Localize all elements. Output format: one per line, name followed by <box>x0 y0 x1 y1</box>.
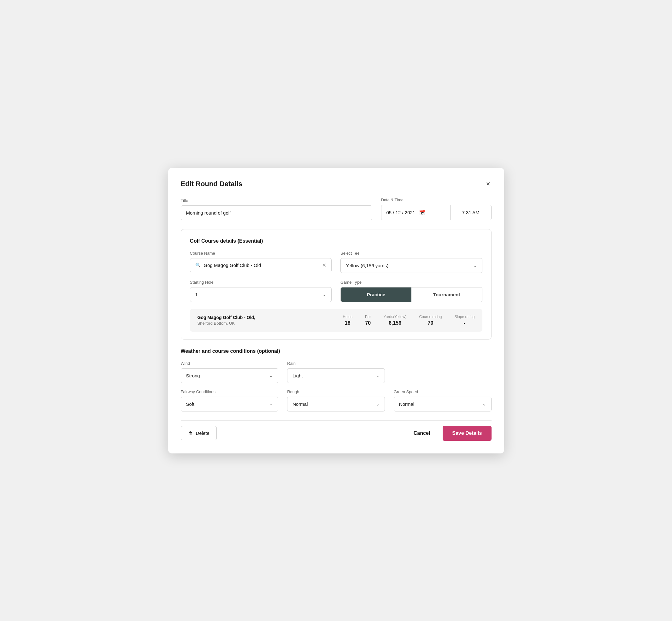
wind-group: Wind Strong ⌄ <box>181 361 279 383</box>
edit-round-modal: Edit Round Details × Title Date & Time 0… <box>168 168 504 453</box>
slope-rating-label: Slope rating <box>454 315 474 319</box>
clear-icon[interactable]: ✕ <box>322 262 326 268</box>
rain-dropdown[interactable]: Light ⌄ <box>287 368 385 383</box>
golf-course-title: Golf Course details (Essential) <box>190 238 482 244</box>
chevron-down-icon-fairway: ⌄ <box>269 401 273 406</box>
wind-rain-row: Wind Strong ⌄ Rain Light ⌄ <box>181 361 492 383</box>
course-name-tee-row: Course Name 🔍 ✕ Select Tee Yellow (6,156… <box>190 251 482 273</box>
chevron-down-icon-wind: ⌄ <box>269 373 273 378</box>
time-value: 7:31 AM <box>462 210 479 215</box>
rain-value: Light <box>292 373 376 378</box>
holes-label: Holes <box>343 315 352 319</box>
rain-label: Rain <box>287 361 385 366</box>
calendar-icon: 📅 <box>419 210 425 215</box>
rough-group: Rough Normal ⌄ <box>287 389 385 411</box>
select-tee-label: Select Tee <box>340 251 482 256</box>
fairway-label: Fairway Conditions <box>181 389 279 394</box>
fairway-value: Soft <box>186 401 269 407</box>
starting-hole-dropdown[interactable]: 1 ⌄ <box>190 287 332 302</box>
save-button[interactable]: Save Details <box>443 426 491 441</box>
wind-label: Wind <box>181 361 279 366</box>
stat-course-rating: Course rating 70 <box>419 315 442 326</box>
course-info-bar: Gog Magog Golf Club - Old, Shelford Bott… <box>190 309 482 332</box>
datetime-field-group: Date & Time 05 / 12 / 2021 📅 7:31 AM <box>381 198 492 220</box>
wind-dropdown[interactable]: Strong ⌄ <box>181 368 279 383</box>
tournament-button[interactable]: Tournament <box>411 287 482 302</box>
course-info-location: Shelford Bottom, UK <box>198 321 330 326</box>
course-info-name: Gog Magog Golf Club - Old, Shelford Bott… <box>198 315 330 326</box>
starting-hole-label: Starting Hole <box>190 280 332 285</box>
chevron-down-icon-rough: ⌄ <box>376 401 380 406</box>
title-label: Title <box>181 198 372 203</box>
starting-hole-game-type-row: Starting Hole 1 ⌄ Game Type Practice Tou… <box>190 280 482 302</box>
chevron-down-icon-rain: ⌄ <box>376 373 380 378</box>
green-speed-label: Green Speed <box>394 389 492 394</box>
conditions-section: Weather and course conditions (optional)… <box>181 348 492 411</box>
stat-par: Par 70 <box>365 315 371 326</box>
delete-button[interactable]: 🗑 Delete <box>181 426 217 440</box>
yards-value: 6,156 <box>389 320 401 326</box>
date-value: 05 / 12 / 2021 <box>386 210 416 215</box>
datetime-row: 05 / 12 / 2021 📅 7:31 AM <box>381 205 492 220</box>
holes-value: 18 <box>345 320 350 326</box>
wind-value: Strong <box>186 373 269 378</box>
modal-title: Edit Round Details <box>181 180 243 188</box>
par-value: 70 <box>365 320 371 326</box>
course-rating-label: Course rating <box>419 315 442 319</box>
modal-header: Edit Round Details × <box>181 179 492 189</box>
fairway-group: Fairway Conditions Soft ⌄ <box>181 389 279 411</box>
rough-label: Rough <box>287 389 385 394</box>
rough-value: Normal <box>292 401 376 407</box>
game-type-toggle: Practice Tournament <box>340 287 482 302</box>
rough-dropdown[interactable]: Normal ⌄ <box>287 397 385 411</box>
title-field-group: Title <box>181 198 372 220</box>
chevron-down-icon-hole: ⌄ <box>323 292 326 297</box>
select-tee-value: Yellow (6,156 yards) <box>346 263 473 268</box>
select-tee-group: Select Tee Yellow (6,156 yards) ⌄ <box>340 251 482 273</box>
chevron-down-icon: ⌄ <box>473 263 477 268</box>
slope-rating-value: - <box>464 320 465 326</box>
conditions-title: Weather and course conditions (optional) <box>181 348 492 354</box>
fairway-rough-green-row: Fairway Conditions Soft ⌄ Rough Normal ⌄… <box>181 389 492 411</box>
course-rating-value: 70 <box>428 320 433 326</box>
search-icon: 🔍 <box>195 262 201 267</box>
stat-holes: Holes 18 <box>343 315 352 326</box>
delete-label: Delete <box>196 430 209 436</box>
trash-icon: 🗑 <box>188 430 193 436</box>
datetime-label: Date & Time <box>381 198 492 202</box>
course-name-label: Course Name <box>190 251 332 256</box>
fairway-dropdown[interactable]: Soft ⌄ <box>181 397 279 411</box>
footer-right: Cancel Save Details <box>409 426 492 441</box>
starting-hole-group: Starting Hole 1 ⌄ <box>190 280 332 302</box>
course-name-field[interactable] <box>204 262 319 268</box>
par-label: Par <box>365 315 371 319</box>
rain-group: Rain Light ⌄ <box>287 361 385 383</box>
cancel-button[interactable]: Cancel <box>409 426 435 440</box>
top-fields: Title Date & Time 05 / 12 / 2021 📅 7:31 … <box>181 198 492 220</box>
course-name-input[interactable]: 🔍 ✕ <box>190 258 332 272</box>
close-button[interactable]: × <box>485 179 492 189</box>
game-type-group: Game Type Practice Tournament <box>340 280 482 302</box>
stat-yards: Yards(Yellow) 6,156 <box>384 315 407 326</box>
title-input[interactable] <box>181 205 372 220</box>
green-speed-dropdown[interactable]: Normal ⌄ <box>394 397 492 411</box>
game-type-label: Game Type <box>340 280 482 285</box>
practice-button[interactable]: Practice <box>341 287 411 302</box>
modal-footer: 🗑 Delete Cancel Save Details <box>181 420 492 441</box>
golf-course-section: Golf Course details (Essential) Course N… <box>181 229 492 339</box>
chevron-down-icon-green: ⌄ <box>482 401 486 406</box>
green-speed-group: Green Speed Normal ⌄ <box>394 389 492 411</box>
stat-slope-rating: Slope rating - <box>454 315 474 326</box>
starting-hole-value: 1 <box>195 292 323 297</box>
course-name-group: Course Name 🔍 ✕ <box>190 251 332 273</box>
date-input[interactable]: 05 / 12 / 2021 📅 <box>381 205 451 220</box>
time-input[interactable]: 7:31 AM <box>451 205 492 220</box>
course-info-name-text: Gog Magog Golf Club - Old, <box>198 315 330 320</box>
yards-label: Yards(Yellow) <box>384 315 407 319</box>
green-speed-value: Normal <box>399 401 482 407</box>
select-tee-dropdown[interactable]: Yellow (6,156 yards) ⌄ <box>340 258 482 273</box>
